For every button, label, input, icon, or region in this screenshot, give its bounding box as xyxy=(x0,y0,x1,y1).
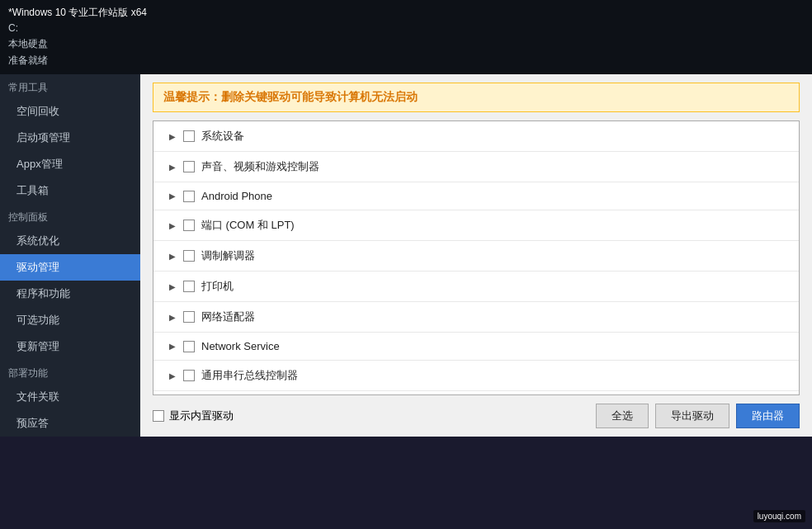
driver-name-usb-controller: 通用串行总线控制器 xyxy=(201,368,298,383)
driver-name-network-adapter: 网络适配器 xyxy=(201,309,255,324)
driver-name-network-service: Network Service xyxy=(201,340,280,352)
driver-item-android-phone[interactable]: ▶Android Phone xyxy=(153,182,799,210)
bottom-bar: 显示内置驱动 全选 导出驱动 路由器 xyxy=(153,404,800,428)
driver-item-portable-devices[interactable]: ▶便携设备 xyxy=(153,391,799,394)
sidebar-item-file-assoc[interactable]: 文件关联 xyxy=(0,384,140,410)
sidebar-item-appx-mgr[interactable]: Appx管理 xyxy=(0,151,140,177)
sidebar: 常用工具空间回收启动项管理Appx管理工具箱控制面板系统优化驱动管理程序和功能可… xyxy=(0,74,140,437)
sidebar-item-update-mgr[interactable]: 更新管理 xyxy=(0,333,140,360)
expand-arrow-port-com-lpt[interactable]: ▶ xyxy=(167,220,178,231)
driver-item-network-service[interactable]: ▶Network Service xyxy=(153,333,799,361)
driver-item-sys-devices[interactable]: ▶系统设备 xyxy=(153,121,799,152)
sidebar-item-space-reclaim[interactable]: 空间回收 xyxy=(0,98,140,125)
driver-item-modem[interactable]: ▶调制解调器 xyxy=(153,241,799,272)
sidebar-section-header: 常用工具 xyxy=(0,74,140,98)
top-bar: *Windows 10 专业工作站版 x64 C: 本地硬盘 准备就绪 xyxy=(0,0,812,74)
sidebar-item-sys-optimize[interactable]: 系统优化 xyxy=(0,228,140,254)
sidebar-item-preset[interactable]: 预应答 xyxy=(0,410,140,437)
driver-checkbox-sys-devices[interactable] xyxy=(183,130,195,142)
driver-name-audio-video: 声音、视频和游戏控制器 xyxy=(201,159,319,174)
export-button[interactable]: 导出驱动 xyxy=(655,404,729,428)
driver-checkbox-network-adapter[interactable] xyxy=(183,311,195,323)
sidebar-section-header: 控制面板 xyxy=(0,204,140,228)
driver-checkbox-port-com-lpt[interactable] xyxy=(183,220,195,231)
driver-checkbox-android-phone[interactable] xyxy=(183,191,195,202)
driver-list-scroll[interactable]: ▶系统设备▶声音、视频和游戏控制器▶Android Phone▶端口 (COM … xyxy=(153,121,799,394)
os-title: *Windows 10 专业工作站版 x64 xyxy=(8,5,804,21)
sidebar-item-startup-mgr[interactable]: 启动项管理 xyxy=(0,125,140,151)
expand-arrow-network-service[interactable]: ▶ xyxy=(167,341,178,352)
main-layout: 常用工具空间回收启动项管理Appx管理工具箱控制面板系统优化驱动管理程序和功能可… xyxy=(0,74,812,437)
sidebar-item-optional-func[interactable]: 可选功能 xyxy=(0,307,140,333)
expand-arrow-modem[interactable]: ▶ xyxy=(167,250,178,262)
expand-arrow-android-phone[interactable]: ▶ xyxy=(167,191,178,202)
sidebar-section-header: 部署功能 xyxy=(0,360,140,384)
expand-arrow-sys-devices[interactable]: ▶ xyxy=(167,130,178,142)
driver-checkbox-printer[interactable] xyxy=(183,281,195,292)
sidebar-item-prog-func[interactable]: 程序和功能 xyxy=(0,281,140,307)
driver-name-sys-devices: 系统设备 xyxy=(201,129,244,144)
sidebar-item-toolbox[interactable]: 工具箱 xyxy=(0,177,140,204)
driver-item-printer[interactable]: ▶打印机 xyxy=(153,272,799,302)
show-builtin-label: 显示内置驱动 xyxy=(169,409,234,423)
driver-checkbox-modem[interactable] xyxy=(183,250,195,262)
bottom-left: 显示内置驱动 xyxy=(153,409,234,423)
driver-checkbox-audio-video[interactable] xyxy=(183,161,195,172)
status-label: 准备就绪 xyxy=(8,53,804,68)
driver-item-audio-video[interactable]: ▶声音、视频和游戏控制器 xyxy=(153,152,799,182)
driver-item-usb-controller[interactable]: ▶通用串行总线控制器 xyxy=(153,361,799,391)
driver-name-modem: 调制解调器 xyxy=(201,248,255,263)
content-area: 温馨提示：删除关键驱动可能导致计算机无法启动 ▶系统设备▶声音、视频和游戏控制器… xyxy=(140,74,812,437)
disk-label: 本地硬盘 xyxy=(8,36,804,52)
driver-item-port-com-lpt[interactable]: ▶端口 (COM 和 LPT) xyxy=(153,210,799,241)
show-builtin-checkbox[interactable] xyxy=(153,410,164,422)
brand-button[interactable]: 路由器 xyxy=(736,404,800,428)
expand-arrow-audio-video[interactable]: ▶ xyxy=(167,161,178,172)
expand-arrow-network-adapter[interactable]: ▶ xyxy=(167,311,178,323)
expand-arrow-printer[interactable]: ▶ xyxy=(167,281,178,292)
driver-name-port-com-lpt: 端口 (COM 和 LPT) xyxy=(201,218,295,233)
driver-name-android-phone: Android Phone xyxy=(201,190,272,202)
bottom-buttons: 全选 导出驱动 路由器 xyxy=(596,404,800,428)
sidebar-item-driver-mgr[interactable]: 驱动管理 xyxy=(0,254,140,281)
warning-bar: 温馨提示：删除关键驱动可能导致计算机无法启动 xyxy=(153,83,800,112)
select-all-button[interactable]: 全选 xyxy=(596,404,649,428)
driver-checkbox-usb-controller[interactable] xyxy=(183,370,195,381)
driver-name-printer: 打印机 xyxy=(201,279,234,294)
watermark: luyouqi.com xyxy=(753,510,805,522)
drive-letter: C: xyxy=(8,21,804,36)
driver-checkbox-network-service[interactable] xyxy=(183,341,195,352)
driver-item-network-adapter[interactable]: ▶网络适配器 xyxy=(153,302,799,333)
driver-list-container: ▶系统设备▶声音、视频和游戏控制器▶Android Phone▶端口 (COM … xyxy=(153,120,800,395)
expand-arrow-usb-controller[interactable]: ▶ xyxy=(167,370,178,381)
